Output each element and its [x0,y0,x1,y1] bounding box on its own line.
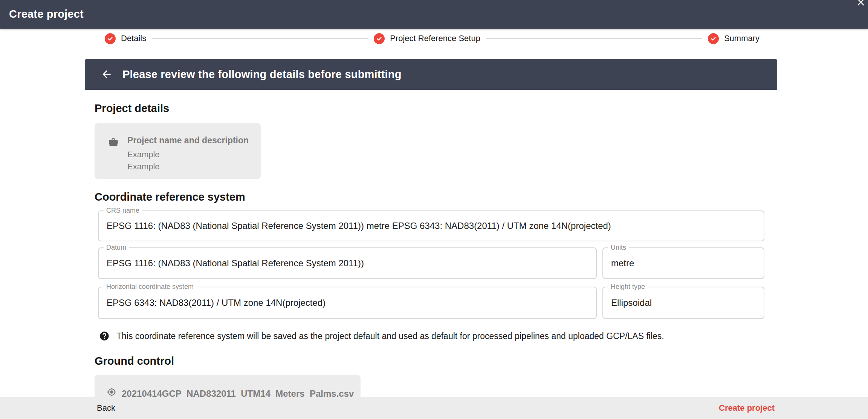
field-label: Units [608,244,629,251]
project-description-value: Example [127,162,160,172]
stepper-connector [152,38,368,39]
review-panel: Please review the following details befo… [85,59,777,419]
field-value: EPSG 6343: NAD83(2011) / UTM zone 14N(pr… [99,298,326,308]
units-field: Units metre [602,247,764,279]
ground-control-heading: Ground control [95,355,174,367]
crs-note-text: This coordinate reference system will be… [116,331,664,341]
field-value: EPSG 1116: (NAD83 (National Spatial Refe… [99,221,611,231]
step-label: Summary [724,34,760,43]
datum-field: Datum EPSG 1116: (NAD83 (National Spatia… [98,247,597,279]
help-circle-icon[interactable] [99,331,110,341]
step-summary[interactable]: Summary [708,33,760,44]
crs-note: This coordinate reference system will be… [99,331,664,341]
briefcase-icon [108,137,119,147]
back-button[interactable]: Back [97,397,115,419]
check-icon [376,35,382,42]
create-project-dialog: Create project Details Project Reference… [0,0,868,419]
step-complete-badge [105,33,116,44]
crs-heading: Coordinate reference system [95,191,245,203]
step-project-reference-setup[interactable]: Project Reference Setup [374,33,480,44]
project-details-heading: Project details [95,102,169,115]
step-label: Details [121,34,146,43]
field-label: Height type [608,283,648,290]
field-value: Ellipsoidal [603,298,652,308]
field-value: EPSG 1116: (NAD83 (National Spatial Refe… [99,258,364,269]
horizontal-coordinate-system-field: Horizontal coordinate system EPSG 6343: … [98,287,597,319]
height-type-field: Height type Ellipsoidal [602,287,764,319]
gps-location-icon [107,387,116,397]
field-label: Datum [104,244,129,251]
stepper-connector [486,38,702,39]
field-label: Horizontal coordinate system [104,283,196,290]
project-tile-title: Project name and description [127,135,249,146]
create-project-button[interactable]: Create project [719,397,775,419]
dialog-title: Create project [9,0,84,28]
field-value: metre [603,258,634,269]
check-icon [710,35,717,42]
project-summary-tile: Project name and description Example Exa… [95,123,261,179]
field-label: CRS name [104,207,142,214]
check-icon [107,35,113,42]
step-label: Project Reference Setup [390,34,480,43]
close-icon[interactable] [855,0,866,8]
dialog-titlebar: Create project [0,0,868,29]
crs-name-field: CRS name EPSG 1116: (NAD83 (National Spa… [98,210,764,241]
review-panel-title: Please review the following details befo… [122,68,402,81]
stepper: Details Project Reference Setup Summary [105,29,760,48]
step-complete-badge [374,33,385,44]
project-name-value: Example [127,150,160,160]
review-panel-header: Please review the following details befo… [85,59,777,90]
dialog-footer: Back Create project [0,397,868,419]
step-details[interactable]: Details [105,33,146,44]
arrow-left-icon[interactable] [101,68,113,80]
step-complete-badge [708,33,719,44]
